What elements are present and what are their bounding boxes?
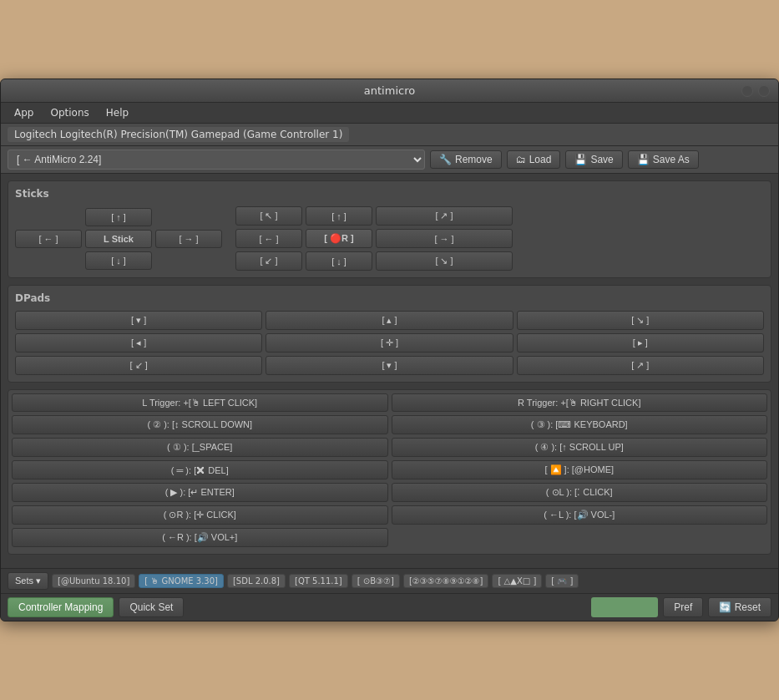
sets-chevron: ▾	[36, 576, 41, 586]
sets-label: Sets	[15, 576, 33, 586]
left-stick-center[interactable]: L Stick	[85, 230, 152, 248]
badge-symbols: [ △▲X□ ]	[492, 574, 542, 588]
right-stick-dr[interactable]: [ ↘ ]	[376, 251, 513, 271]
right-stick-ur[interactable]: [ ↗ ]	[376, 206, 513, 226]
dpads-grid: [ ▾ ] [ ▴ ] [ ↘ ] [ ◂ ] [ ✛ ] [ ▸ ] [ ↙ …	[15, 311, 764, 375]
save-button[interactable]: 💾 Save	[565, 150, 622, 169]
right-stick-down[interactable]: [ ↓ ]	[306, 251, 372, 271]
badge-qt: [QT 5.11.1]	[289, 574, 348, 588]
left-stick-middle: [ ← ] L Stick [ → ]	[15, 230, 222, 248]
ltrigger-btn[interactable]: L Trigger: +[🖱 LEFT CLICK]	[12, 393, 388, 412]
dpad-btn-3[interactable]: [ ◂ ]	[15, 333, 262, 353]
left-stick-down[interactable]: [ ↓ ]	[85, 251, 152, 270]
profile-select[interactable]: [ ← AntiMicro 2.24]	[8, 150, 425, 170]
btn4-btn[interactable]: ( ④ ): [↑ SCROLL UP]	[392, 438, 768, 457]
dpad-btn-0[interactable]: [ ▾ ]	[15, 311, 262, 330]
row-3: ( ① ): [_SPACE] ( ④ ): [↑ SCROLL UP]	[12, 438, 767, 457]
footer-bar: Controller Mapping Quick Set Pref 🔄 Rese…	[1, 593, 778, 621]
btnol-btn[interactable]: ( ⊙L ): [⁚ CLICK]	[392, 483, 768, 502]
right-stick-left[interactable]: [ ← ]	[235, 229, 302, 248]
rtrigger-btn[interactable]: R Trigger: +[🖱 RIGHT CLICK]	[392, 393, 768, 412]
left-stick-right[interactable]: [ → ]	[155, 230, 222, 248]
reset-button[interactable]: 🔄 Reset	[708, 597, 771, 617]
pref-button[interactable]: Pref	[663, 597, 703, 617]
dpads-title: DPads	[15, 292, 764, 304]
menu-help[interactable]: Help	[99, 104, 135, 121]
load-label: Load	[529, 154, 552, 165]
save-icon: 💾	[574, 154, 587, 165]
btnplay-btn[interactable]: ( ▶ ): [↵ ENTER]	[12, 483, 388, 502]
left-stick-layout: [ ↑ ] [ ← ] L Stick [ → ] [ ↓ ]	[15, 208, 222, 270]
btnor-btn[interactable]: ( ⊙R ): [✛ CLICK]	[12, 505, 388, 525]
window-controls	[741, 85, 770, 97]
quick-set-button[interactable]: Quick Set	[119, 597, 184, 617]
maximize-button[interactable]	[758, 85, 770, 97]
right-stick-grid: [ ↖ ] [ ↑ ] [ ↗ ] [ ← ] [ 🔴R ] [ → ] [ ↙…	[235, 206, 513, 271]
save-as-icon: 💾	[637, 154, 650, 165]
btnminusl-btn[interactable]: ( ←L ): [🔊 VOL-]	[392, 505, 768, 525]
left-stick-left[interactable]: [ ← ]	[15, 230, 82, 248]
device-label: Logitech Logitech(R) Precision(TM) Gamep…	[8, 127, 349, 142]
dpad-btn-6[interactable]: [ ↙ ]	[15, 356, 262, 375]
dpad-btn-5[interactable]: [ ▸ ]	[517, 333, 764, 353]
dpads-section: DPads [ ▾ ] [ ▴ ] [ ↘ ] [ ◂ ] [ ✛ ] [ ▸ …	[8, 285, 771, 383]
remove-button[interactable]: 🔧 Remove	[430, 150, 502, 169]
dpad-btn-1[interactable]: [ ▴ ]	[266, 311, 513, 330]
right-stick-up[interactable]: [ ↑ ]	[306, 206, 372, 226]
trigger-row: L Trigger: +[🖱 LEFT CLICK] R Trigger: +[…	[12, 393, 767, 412]
dpad-btn-4[interactable]: [ ✛ ]	[266, 333, 513, 353]
right-stick-center[interactable]: [ 🔴R ]	[306, 229, 372, 248]
controller-mapping-button[interactable]: Controller Mapping	[8, 597, 114, 617]
sets-button[interactable]: Sets ▾	[8, 572, 48, 590]
title-bar: antimicro	[1, 79, 778, 103]
dpad-btn-8[interactable]: [ ↗ ]	[517, 356, 764, 375]
empty-cell	[392, 528, 768, 547]
button-mappings-section: L Trigger: +[🖱 LEFT CLICK] R Trigger: +[…	[8, 389, 771, 555]
main-window: antimicro App Options Help Logitech Logi…	[0, 79, 779, 621]
menu-options[interactable]: Options	[43, 104, 95, 121]
load-button[interactable]: 🗂 Load	[507, 150, 561, 169]
remove-label: Remove	[455, 154, 493, 165]
dpad-btn-7[interactable]: [ ▾ ]	[266, 356, 513, 375]
badge-gamepad1: [ ⊙B③⑦]	[352, 574, 400, 588]
badge-gamepad2: [②③⑤⑦⑧⑨①②⑧]	[403, 574, 489, 588]
btnplusr-btn[interactable]: ( ←R ): [🔊 VOL+]	[12, 528, 388, 547]
window-title: antimicro	[364, 84, 415, 97]
left-stick-up[interactable]: [ ↑ ]	[85, 208, 152, 226]
badge-controller: [ 🎮 ]	[545, 574, 579, 588]
row-7: ( ←R ): [🔊 VOL+]	[12, 528, 767, 547]
profile-bar: [ ← AntiMicro 2.24] 🔧 Remove 🗂 Load 💾 Sa…	[1, 146, 778, 174]
row-6: ( ⊙R ): [✛ CLICK] ( ←L ): [🔊 VOL-]	[12, 505, 767, 525]
btn1-btn[interactable]: ( ① ): [_SPACE]	[12, 438, 388, 457]
btnminus-btn[interactable]: ( ═ ): [🗙 DEL]	[12, 460, 388, 479]
right-stick-right[interactable]: [ → ]	[376, 229, 513, 248]
btn3-btn[interactable]: ( ③ ): [⌨ KEYBOARD]	[392, 415, 768, 434]
remove-icon: 🔧	[439, 154, 452, 165]
main-content: Sticks [ ↑ ] [ ← ] L Stick [ → ] [ ↓ ] […	[1, 174, 778, 568]
row-4: ( ═ ): [🗙 DEL] [ 🔼 ]: [@HOME]	[12, 460, 767, 479]
minimize-button[interactable]	[741, 85, 753, 97]
badge-sdl: [SDL 2.0.8]	[227, 574, 286, 588]
dpad-btn-2[interactable]: [ ↘ ]	[517, 311, 764, 330]
badge-ubuntu: [@Ubuntu 18.10]	[52, 574, 135, 588]
right-stick-ul[interactable]: [ ↖ ]	[235, 206, 302, 226]
right-stick-dl[interactable]: [ ↙ ]	[235, 251, 302, 271]
status-indicator	[591, 597, 658, 617]
badge-gnome: [ 🖱 GNOME 3.30]	[139, 574, 224, 588]
save-as-button[interactable]: 💾 Save As	[628, 150, 699, 169]
row-5: ( ▶ ): [↵ ENTER] ( ⊙L ): [⁚ CLICK]	[12, 483, 767, 502]
row-2: ( ② ): [↕ SCROLL DOWN] ( ③ ): [⌨ KEYBOAR…	[12, 415, 767, 434]
device-bar: Logitech Logitech(R) Precision(TM) Gamep…	[1, 124, 778, 146]
sticks-section: Sticks [ ↑ ] [ ← ] L Stick [ → ] [ ↓ ] […	[8, 180, 771, 278]
load-icon: 🗂	[516, 154, 526, 165]
btn2-btn[interactable]: ( ② ): [↕ SCROLL DOWN]	[12, 415, 388, 434]
bottom-bar: Sets ▾ [@Ubuntu 18.10] [ 🖱 GNOME 3.30] […	[1, 568, 778, 593]
save-label: Save	[590, 154, 613, 165]
menubar: App Options Help	[1, 103, 778, 124]
btnshift-btn[interactable]: [ 🔼 ]: [@HOME]	[392, 460, 768, 479]
save-as-label: Save As	[653, 154, 690, 165]
menu-app[interactable]: App	[8, 104, 40, 121]
sticks-title: Sticks	[15, 188, 764, 200]
